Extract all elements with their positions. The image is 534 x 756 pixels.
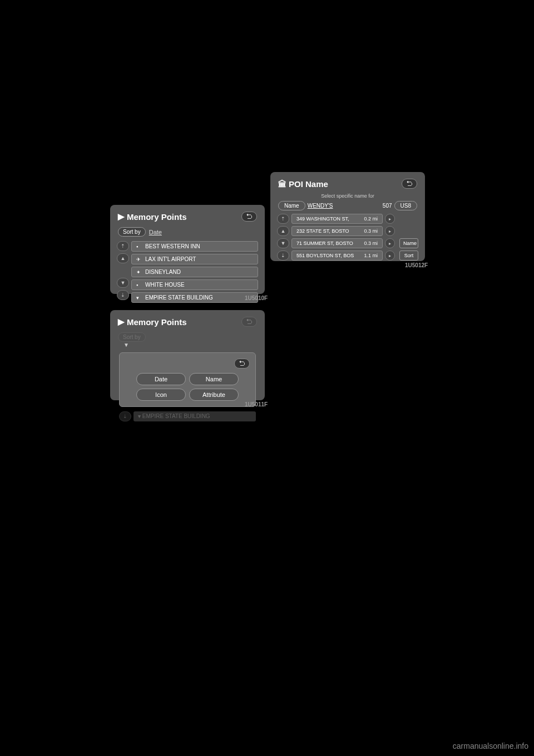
airport-icon: ✈ — [136, 257, 142, 262]
title-text: Memory Points — [127, 212, 187, 222]
poi-subtitle: Select specific name for — [275, 193, 421, 199]
landmark-icon: ▾ — [136, 295, 142, 301]
park-icon: ✦ — [136, 269, 142, 275]
list-item[interactable]: ✦DISNEYLAND — [131, 267, 258, 277]
side-name-button[interactable]: Name — [399, 238, 418, 248]
scroll-down-button[interactable]: ▼ — [117, 278, 129, 288]
result-count: 507 — [383, 203, 392, 209]
sort-value-label: Date — [149, 229, 162, 235]
back-button[interactable]: ⮌ — [241, 212, 257, 222]
image-reference-label: 1U5012F — [405, 262, 428, 268]
scroll-column: ⇡ ▲ ▼ ⇣ — [277, 214, 289, 261]
sort-row: Sort by Date — [115, 226, 260, 238]
flag-icon: ▶ — [118, 317, 125, 327]
poi-name-screen: 🏛 POI Name ⮌ Select specific name for Na… — [270, 172, 425, 261]
scroll-up-button[interactable]: ▲ — [277, 226, 289, 236]
scroll-button-faded: ⇣ — [119, 411, 131, 421]
sort-panel: ⮌ Date Name Icon Attribute — [119, 352, 256, 407]
list-item[interactable]: ✈LAX INT'L AIRPORT — [131, 254, 258, 264]
memory-points-sort-screen: ▶ Memory Points ⮌ Sort by ▼ ⮌ Date Name … — [110, 310, 265, 400]
item-label: WHITE HOUSE — [145, 282, 185, 288]
detail-button[interactable]: ▸ — [385, 226, 395, 236]
back-button-disabled: ⮌ — [241, 317, 257, 327]
building-icon: ▪ — [136, 244, 142, 249]
side-sort-button[interactable]: Sort — [399, 251, 418, 261]
scroll-top-button[interactable]: ⇡ — [117, 241, 129, 251]
back-icon: ⮌ — [246, 318, 253, 326]
poi-result-item[interactable]: 551 BOYLSTON ST, BOS1.1 mi — [291, 251, 383, 261]
poi-icon: 🏛 — [278, 179, 286, 189]
search-query-text: WENDY'S — [308, 203, 380, 209]
name-field-button[interactable]: Name — [278, 201, 305, 210]
back-icon: ⮌ — [239, 360, 245, 367]
watermark: carmanualsonline.info — [453, 742, 528, 750]
title-text: Memory Points — [127, 317, 187, 327]
scroll-up-button[interactable]: ▲ — [117, 253, 129, 263]
poi-list-area: ⇡ ▲ ▼ ⇣ 349 WASHINGTON ST,0.2 mi 232 STA… — [275, 214, 421, 261]
poi-distance: 0.3 mi — [364, 228, 378, 234]
list-item[interactable]: ▪BEST WESTERN INN — [131, 241, 258, 252]
poi-result-item[interactable]: 232 STATE ST, BOSTO0.3 mi — [291, 226, 383, 236]
screen-title: ▶ Memory Points — [118, 212, 187, 222]
region-button[interactable]: US8 — [394, 201, 417, 210]
list-item[interactable]: ▪WHITE HOUSE — [131, 279, 258, 290]
sort-by-button[interactable]: Sort by — [118, 227, 146, 237]
detail-button[interactable]: ▸ — [385, 238, 395, 248]
panel-back-button[interactable]: ⮌ — [234, 359, 250, 369]
scroll-down-button[interactable]: ▼ — [277, 238, 289, 248]
screen-header: ▶ Memory Points ⮌ — [115, 209, 260, 224]
item-label: EMPIRE STATE BUILDING — [145, 294, 213, 301]
screen-title: ▶ Memory Points — [118, 317, 187, 327]
search-row: Name WENDY'S 507 US8 — [275, 201, 421, 210]
sort-option-icon[interactable]: Icon — [136, 389, 186, 401]
poi-address: 71 SUMMER ST, BOSTO — [296, 240, 353, 246]
scroll-bottom-button[interactable]: ⇣ — [277, 251, 289, 261]
side-buttons: Name Sort — [399, 214, 418, 261]
faded-list-item: ▾ EMPIRE STATE BUILDING — [134, 411, 256, 421]
image-reference-label: 1U5010F — [245, 295, 268, 301]
poi-address: 551 BOYLSTON ST, BOS — [296, 253, 354, 258]
items-column: ▪BEST WESTERN INN ✈LAX INT'L AIRPORT ✦DI… — [131, 241, 258, 303]
sort-option-date[interactable]: Date — [136, 373, 186, 385]
faded-background-row: ⇣ ▾ EMPIRE STATE BUILDING — [115, 411, 260, 421]
sort-option-attribute[interactable]: Attribute — [189, 389, 239, 401]
list-area: ⇡ ▲ ▼ ⇣ ▪BEST WESTERN INN ✈LAX INT'L AIR… — [115, 241, 260, 303]
poi-address: 232 STATE ST, BOSTO — [296, 228, 349, 234]
poi-distance: 1.1 mi — [364, 253, 378, 258]
scroll-column: ⇡ ▲ ▼ ⇣ — [117, 241, 129, 303]
sort-row: Sort by — [115, 331, 260, 343]
gov-icon: ▪ — [136, 282, 142, 288]
detail-button[interactable]: ▸ — [385, 251, 395, 261]
title-text: POI Name — [289, 179, 328, 189]
play-column: ▸ ▸ ▸ ▸ — [385, 214, 397, 261]
sort-panel-header: ⮌ — [125, 359, 250, 369]
poi-distance: 0.3 mi — [364, 240, 378, 246]
list-item[interactable]: ▾EMPIRE STATE BUILDING — [131, 292, 258, 303]
item-label: BEST WESTERN INN — [145, 243, 200, 249]
item-label: LAX INT'L AIRPORT — [145, 256, 196, 262]
sort-options-grid: Date Name Icon Attribute — [125, 373, 250, 401]
back-icon: ⮌ — [406, 180, 413, 188]
item-label: DISNEYLAND — [145, 269, 181, 275]
back-button[interactable]: ⮌ — [402, 179, 417, 189]
sort-by-button-disabled: Sort by — [118, 332, 146, 342]
scroll-top-button[interactable]: ⇡ — [277, 214, 289, 224]
flag-icon: ▶ — [118, 212, 125, 222]
screen-header: 🏛 POI Name ⮌ — [275, 176, 421, 191]
memory-points-screen: ▶ Memory Points ⮌ Sort by Date ⇡ ▲ ▼ ⇣ ▪… — [110, 205, 265, 294]
sort-option-name[interactable]: Name — [189, 373, 239, 385]
landmark-icon: ▾ — [138, 413, 141, 419]
screen-title: 🏛 POI Name — [278, 179, 328, 189]
poi-result-item[interactable]: 71 SUMMER ST, BOSTO0.3 mi — [291, 238, 383, 248]
poi-items-column: 349 WASHINGTON ST,0.2 mi 232 STATE ST, B… — [291, 214, 383, 261]
image-reference-label: 1U5011F — [245, 401, 268, 408]
poi-address: 349 WASHINGTON ST, — [296, 216, 349, 222]
poi-distance: 0.2 mi — [364, 216, 378, 222]
back-icon: ⮌ — [246, 213, 253, 220]
screen-header: ▶ Memory Points ⮌ — [115, 315, 260, 329]
scroll-bottom-button[interactable]: ⇣ — [117, 290, 129, 300]
poi-result-item[interactable]: 349 WASHINGTON ST,0.2 mi — [291, 214, 383, 224]
detail-button[interactable]: ▸ — [385, 214, 395, 224]
